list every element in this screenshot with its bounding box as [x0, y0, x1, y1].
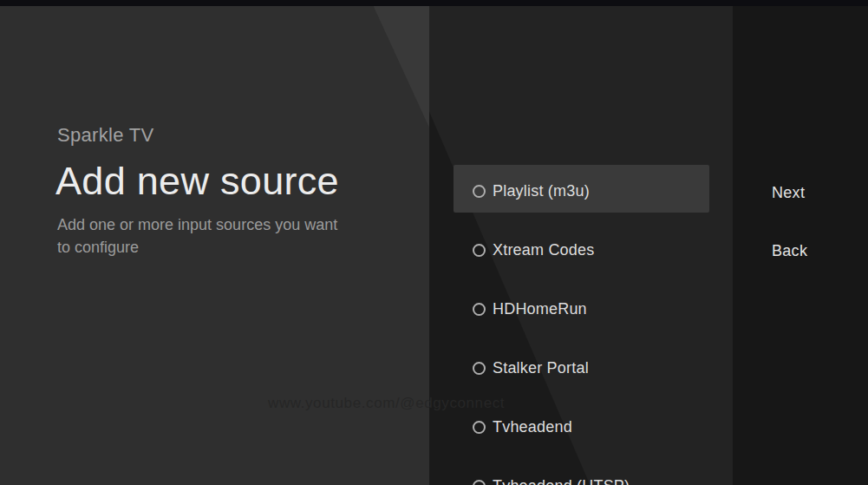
page-title: Add new source [55, 159, 339, 204]
option-label: Stalker Portal [493, 359, 589, 377]
background-light-wedge [0, 6, 429, 128]
top-status-bar [0, 0, 868, 6]
option-tvheadend-htsp[interactable]: Tvheadend (HTSP) [429, 456, 733, 485]
setup-wizard-screen: Sparkle TV Add new source Add one or mor… [0, 0, 868, 485]
source-options-list: Playlist (m3u) Xtream Codes HDHomeRun St… [429, 161, 733, 485]
option-stalker-portal[interactable]: Stalker Portal [429, 338, 733, 397]
option-label: HDHomeRun [493, 300, 587, 318]
source-options-panel: Playlist (m3u) Xtream Codes HDHomeRun St… [429, 6, 733, 485]
next-button[interactable]: Next [772, 183, 805, 202]
watermark: www.youtube.com/@edgyconnect [268, 395, 505, 412]
wizard-actions-panel: Next Back [733, 6, 868, 485]
radio-icon [473, 244, 486, 257]
option-playlist-m3u[interactable]: Playlist (m3u) [429, 161, 733, 220]
option-label: Tvheadend (HTSP) [493, 477, 630, 485]
radio-icon [473, 421, 486, 434]
option-label: Tvheadend [493, 418, 572, 436]
option-label: Playlist (m3u) [493, 182, 590, 200]
radio-icon [473, 362, 486, 375]
app-title: Sparkle TV [57, 124, 153, 147]
radio-icon [473, 185, 486, 198]
back-button[interactable]: Back [772, 241, 807, 260]
option-label: Xtream Codes [493, 241, 594, 259]
radio-icon [473, 480, 486, 485]
page-subtitle: Add one or more input sources you want t… [57, 213, 395, 259]
radio-icon [473, 303, 486, 316]
option-hdhomerun[interactable]: HDHomeRun [429, 279, 733, 338]
option-xtream-codes[interactable]: Xtream Codes [429, 220, 733, 279]
info-panel: Sparkle TV Add new source Add one or mor… [0, 6, 429, 485]
